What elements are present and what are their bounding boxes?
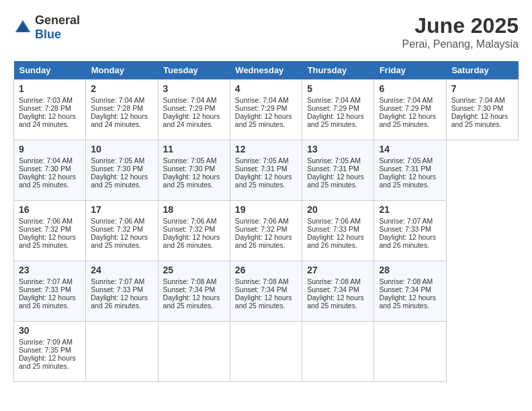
- calendar-cell: 20 Sunrise: 7:06 AM Sunset: 7:33 PM Dayl…: [302, 201, 374, 261]
- calendar-table: SundayMondayTuesdayWednesdayThursdayFrid…: [13, 61, 519, 382]
- calendar-week-row: 16 Sunrise: 7:06 AM Sunset: 7:32 PM Dayl…: [14, 201, 519, 261]
- daylight-text: Daylight: 12 hours and 25 minutes.: [163, 293, 225, 310]
- calendar-cell: 3 Sunrise: 7:04 AM Sunset: 7:29 PM Dayli…: [158, 80, 230, 140]
- daylight-text: Daylight: 12 hours and 26 minutes.: [91, 293, 152, 310]
- sunrise-text: Sunrise: 7:06 AM: [19, 217, 81, 225]
- sunset-text: Sunset: 7:35 PM: [19, 346, 81, 354]
- sunset-text: Sunset: 7:34 PM: [307, 285, 369, 293]
- daylight-text: Daylight: 12 hours and 25 minutes.: [91, 173, 152, 189]
- daylight-text: Daylight: 12 hours and 25 minutes.: [91, 233, 152, 249]
- calendar-cell: 13 Sunrise: 7:05 AM Sunset: 7:31 PM Dayl…: [302, 140, 374, 201]
- calendar-cell: 14 Sunrise: 7:05 AM Sunset: 7:31 PM Dayl…: [374, 140, 446, 201]
- daylight-text: Daylight: 12 hours and 25 minutes.: [235, 173, 297, 189]
- daylight-text: Daylight: 12 hours and 25 minutes.: [19, 173, 81, 189]
- sunrise-text: Sunrise: 7:04 AM: [451, 96, 513, 104]
- column-header-sunday: Sunday: [14, 61, 86, 80]
- day-number: 27: [307, 265, 369, 275]
- day-number: 17: [91, 204, 152, 215]
- sunrise-text: Sunrise: 7:04 AM: [91, 96, 152, 104]
- sunrise-text: Sunrise: 7:05 AM: [91, 156, 152, 165]
- column-header-tuesday: Tuesday: [158, 61, 230, 80]
- calendar-week-row: 23 Sunrise: 7:07 AM Sunset: 7:33 PM Dayl…: [14, 261, 519, 322]
- sunrise-text: Sunrise: 7:04 AM: [379, 96, 441, 104]
- day-number: 20: [307, 204, 369, 215]
- daylight-text: Daylight: 12 hours and 26 minutes.: [379, 233, 441, 249]
- calendar-week-row: 9 Sunrise: 7:04 AM Sunset: 7:30 PM Dayli…: [14, 140, 519, 201]
- sunrise-text: Sunrise: 7:04 AM: [19, 156, 81, 165]
- sunset-text: Sunset: 7:30 PM: [19, 165, 81, 173]
- calendar-cell: 7 Sunrise: 7:04 AM Sunset: 7:30 PM Dayli…: [446, 80, 518, 140]
- calendar-cell: 10 Sunrise: 7:05 AM Sunset: 7:30 PM Dayl…: [86, 140, 158, 201]
- day-number: 14: [379, 144, 441, 154]
- sunset-text: Sunset: 7:29 PM: [235, 104, 297, 112]
- daylight-text: Daylight: 12 hours and 26 minutes.: [307, 233, 369, 249]
- sunset-text: Sunset: 7:31 PM: [379, 165, 441, 173]
- sunset-text: Sunset: 7:31 PM: [235, 165, 297, 173]
- sunrise-text: Sunrise: 7:08 AM: [307, 277, 369, 285]
- day-number: 4: [235, 83, 297, 94]
- calendar-cell: 11 Sunrise: 7:05 AM Sunset: 7:30 PM Dayl…: [158, 140, 230, 201]
- daylight-text: Daylight: 12 hours and 26 minutes.: [235, 233, 297, 249]
- calendar-cell: 5 Sunrise: 7:04 AM Sunset: 7:29 PM Dayli…: [302, 80, 374, 140]
- sunset-text: Sunset: 7:30 PM: [91, 165, 152, 173]
- column-header-thursday: Thursday: [302, 61, 374, 80]
- sunrise-text: Sunrise: 7:04 AM: [163, 96, 225, 104]
- daylight-text: Daylight: 12 hours and 25 minutes.: [451, 112, 513, 128]
- sunset-text: Sunset: 7:29 PM: [163, 104, 225, 112]
- calendar-cell: 30 Sunrise: 7:09 AM Sunset: 7:35 PM Dayl…: [14, 322, 86, 382]
- sunrise-text: Sunrise: 7:05 AM: [307, 156, 369, 165]
- calendar-cell: 12 Sunrise: 7:05 AM Sunset: 7:31 PM Dayl…: [230, 140, 302, 201]
- calendar-week-row: 30 Sunrise: 7:09 AM Sunset: 7:35 PM Dayl…: [14, 322, 519, 382]
- logo-icon: [13, 18, 32, 37]
- calendar-cell: 25 Sunrise: 7:08 AM Sunset: 7:34 PM Dayl…: [158, 261, 230, 322]
- daylight-text: Daylight: 12 hours and 25 minutes.: [307, 293, 369, 310]
- sunrise-text: Sunrise: 7:06 AM: [307, 217, 369, 225]
- calendar-cell: 21 Sunrise: 7:07 AM Sunset: 7:33 PM Dayl…: [374, 201, 446, 261]
- day-number: 11: [163, 144, 225, 154]
- calendar-cell: [230, 322, 302, 382]
- daylight-text: Daylight: 12 hours and 26 minutes.: [163, 233, 225, 249]
- daylight-text: Daylight: 12 hours and 25 minutes.: [163, 173, 225, 189]
- daylight-text: Daylight: 12 hours and 25 minutes.: [379, 173, 441, 189]
- calendar-cell: 4 Sunrise: 7:04 AM Sunset: 7:29 PM Dayli…: [230, 80, 302, 140]
- calendar-cell: [374, 322, 446, 382]
- sunset-text: Sunset: 7:34 PM: [379, 285, 441, 293]
- sunset-text: Sunset: 7:34 PM: [235, 285, 297, 293]
- sunrise-text: Sunrise: 7:05 AM: [235, 156, 297, 165]
- calendar-cell: 9 Sunrise: 7:04 AM Sunset: 7:30 PM Dayli…: [14, 140, 86, 201]
- sunset-text: Sunset: 7:30 PM: [451, 104, 513, 112]
- calendar-body: 1 Sunrise: 7:03 AM Sunset: 7:28 PM Dayli…: [14, 80, 519, 382]
- day-number: 23: [19, 265, 81, 275]
- sunrise-text: Sunrise: 7:07 AM: [379, 217, 441, 225]
- sunset-text: Sunset: 7:33 PM: [19, 285, 81, 293]
- sunrise-text: Sunrise: 7:09 AM: [19, 338, 81, 346]
- day-number: 5: [307, 83, 369, 94]
- column-header-monday: Monday: [86, 61, 158, 80]
- sunset-text: Sunset: 7:32 PM: [91, 225, 152, 233]
- sunrise-text: Sunrise: 7:05 AM: [379, 156, 441, 165]
- daylight-text: Daylight: 12 hours and 25 minutes.: [19, 233, 81, 249]
- calendar-cell: [302, 322, 374, 382]
- page-header: General Blue June 2025 Perai, Penang, Ma…: [13, 13, 519, 50]
- daylight-text: Daylight: 12 hours and 25 minutes.: [379, 293, 441, 310]
- day-number: 12: [235, 144, 297, 154]
- calendar-cell: 24 Sunrise: 7:07 AM Sunset: 7:33 PM Dayl…: [86, 261, 158, 322]
- sunset-text: Sunset: 7:33 PM: [379, 225, 441, 233]
- sunset-text: Sunset: 7:32 PM: [163, 225, 225, 233]
- logo-text-general: General: [35, 13, 80, 27]
- day-number: 25: [163, 265, 225, 275]
- daylight-text: Daylight: 12 hours and 26 minutes.: [19, 293, 81, 310]
- calendar-week-row: 1 Sunrise: 7:03 AM Sunset: 7:28 PM Dayli…: [14, 80, 519, 140]
- daylight-text: Daylight: 12 hours and 24 minutes.: [91, 112, 152, 128]
- calendar-cell: 6 Sunrise: 7:04 AM Sunset: 7:29 PM Dayli…: [374, 80, 446, 140]
- sunset-text: Sunset: 7:29 PM: [307, 104, 369, 112]
- calendar-cell: 18 Sunrise: 7:06 AM Sunset: 7:32 PM Dayl…: [158, 201, 230, 261]
- sunrise-text: Sunrise: 7:06 AM: [163, 217, 225, 225]
- calendar-cell: 1 Sunrise: 7:03 AM Sunset: 7:28 PM Dayli…: [14, 80, 86, 140]
- day-number: 10: [91, 144, 152, 154]
- svg-rect-2: [21, 30, 25, 32]
- sunrise-text: Sunrise: 7:03 AM: [19, 96, 81, 104]
- daylight-text: Daylight: 12 hours and 25 minutes.: [19, 354, 81, 370]
- day-number: 16: [19, 204, 81, 215]
- sunset-text: Sunset: 7:32 PM: [235, 225, 297, 233]
